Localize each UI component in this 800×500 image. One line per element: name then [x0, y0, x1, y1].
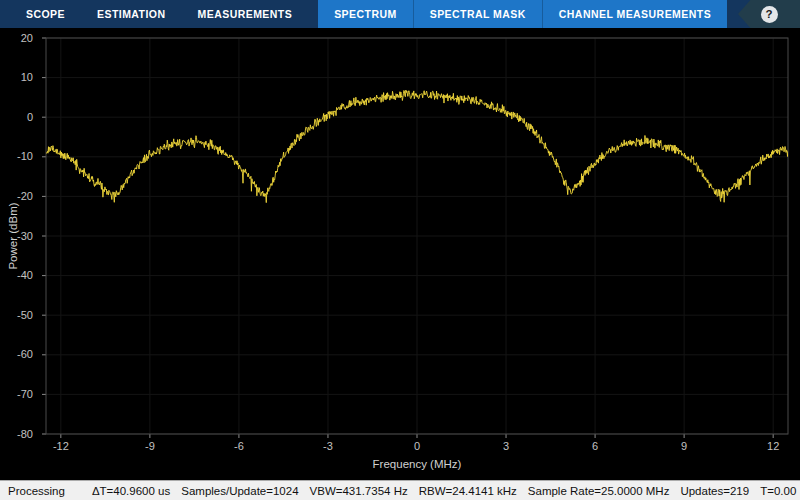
status-updates: Updates=219: [680, 485, 749, 497]
y-tick-label: -70: [0, 388, 40, 400]
x-tick-label: 3: [486, 440, 526, 452]
y-tick-label: -60: [0, 348, 40, 360]
help-banner: ?: [738, 0, 800, 28]
contextual-tab-group: SPECTRUM SPECTRAL MASK CHANNEL MEASUREME…: [318, 0, 727, 28]
y-tick-label: -80: [0, 428, 40, 440]
x-tick-label: -6: [219, 440, 259, 452]
x-tick-label: 9: [664, 440, 704, 452]
status-sample-rate: Sample Rate=25.0000 MHz: [528, 485, 670, 497]
tab-estimation[interactable]: ESTIMATION: [81, 0, 181, 28]
status-mode: Processing: [8, 485, 65, 497]
x-axis-label: Frequency (MHz): [373, 458, 462, 470]
x-tick-label: -9: [130, 440, 170, 452]
spectrum-plot: Power (dBm) Frequency (MHz) 20100-10-20-…: [0, 28, 800, 480]
tab-spectrum[interactable]: SPECTRUM: [318, 0, 413, 28]
spectrum-trace-canvas: [46, 38, 788, 434]
tab-scope[interactable]: SCOPE: [10, 0, 81, 28]
x-tick-label: 12: [753, 440, 793, 452]
status-samples-per-update: Samples/Update=1024: [181, 485, 298, 497]
toolbar-spacer: [727, 0, 738, 28]
y-tick-label: -10: [0, 150, 40, 162]
help-icon[interactable]: ?: [761, 6, 778, 23]
status-stats: ΔT=40.9600 us Samples/Update=1024 VBW=43…: [92, 485, 796, 497]
status-delta-t: ΔT=40.9600 us: [92, 485, 170, 497]
y-tick-label: 0: [0, 111, 40, 123]
x-tick-label: 0: [397, 440, 437, 452]
y-tick-label: -40: [0, 269, 40, 281]
status-time: T=0.00: [760, 485, 796, 497]
x-tick-label: -3: [308, 440, 348, 452]
status-rbw: RBW=24.4141 kHz: [419, 485, 517, 497]
tab-channel-measurements[interactable]: CHANNEL MEASUREMENTS: [542, 0, 727, 28]
tab-measurements[interactable]: MEASUREMENTS: [182, 0, 309, 28]
y-tick-label: -30: [0, 230, 40, 242]
toolbar: SCOPE ESTIMATION MEASUREMENTS SPECTRUM S…: [0, 0, 800, 28]
status-vbw: VBW=431.7354 Hz: [310, 485, 408, 497]
spectrum-analyzer-window: SCOPE ESTIMATION MEASUREMENTS SPECTRUM S…: [0, 0, 800, 500]
y-tick-label: -50: [0, 309, 40, 321]
x-tick-label: -12: [41, 440, 81, 452]
y-tick-label: 20: [0, 32, 40, 44]
x-tick-label: 6: [575, 440, 615, 452]
tab-spectral-mask[interactable]: SPECTRAL MASK: [413, 0, 542, 28]
status-bar: Processing ΔT=40.9600 us Samples/Update=…: [0, 480, 800, 500]
y-tick-label: -20: [0, 190, 40, 202]
y-tick-label: 10: [0, 71, 40, 83]
